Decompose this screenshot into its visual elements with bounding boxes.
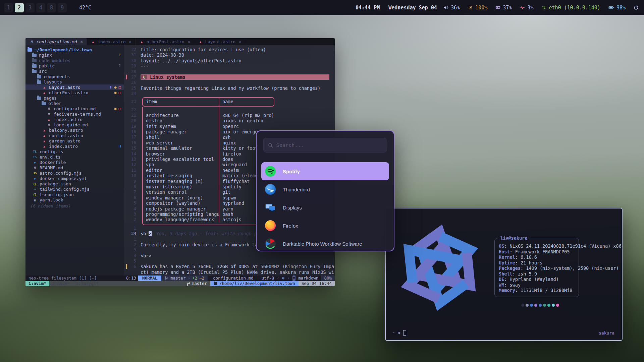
fetch-info-value: : 11731MiB / 31280MiB: [515, 288, 573, 293]
tree-item[interactable]: JSastro.config.mjs: [25, 170, 124, 176]
tree-item[interactable]: ◆docker-compose.yml: [25, 176, 124, 181]
palette-dot: [543, 304, 546, 307]
workspace-button[interactable]: 9: [58, 3, 67, 12]
temperature-widget[interactable]: 42°C: [77, 5, 91, 11]
tree-item[interactable]: MREADME.md: [25, 165, 124, 170]
tree-item[interactable]: pages: [25, 95, 124, 101]
tree-item[interactable]: Mfediverse-terms.md: [25, 111, 124, 117]
tree-item-label: tone-guide.md: [54, 122, 88, 127]
tmux-window-tab[interactable]: 1:nvim*: [25, 281, 49, 286]
tree-item[interactable]: ▲index.astroH: [25, 143, 124, 149]
tree-item[interactable]: ▲garden.astro: [25, 138, 124, 143]
tree-item[interactable]: other: [25, 101, 124, 106]
tree-item[interactable]: TSconfig.ts: [25, 149, 124, 154]
tree-item[interactable]: ▲contact.astro: [25, 133, 124, 138]
tmux-window-tab[interactable]: 2:node-: [49, 281, 73, 286]
md-file-icon: M: [46, 123, 51, 127]
volume-widget[interactable]: 36%: [443, 5, 460, 11]
network-widget[interactable]: eth0 (10.0.0.140): [541, 5, 600, 11]
app-list: SpotifyThunderbirdDisplaysFirefoxDarktab…: [257, 162, 394, 251]
fetch-info-list: OS: NixOS 24.11.20240828.71e91c4 (Vicuna…: [499, 243, 575, 293]
lock-file-icon: ▣: [32, 198, 37, 202]
tree-item[interactable]: ▲balcony.astro: [25, 127, 124, 133]
app-list-item[interactable]: Thunderbird: [257, 180, 394, 198]
shell-prompt[interactable]: ~ >: [392, 330, 406, 336]
tree-item-label: package.json: [40, 181, 71, 186]
table-bottom-border: [142, 223, 274, 225]
tree-item[interactable]: ~/Development/liv.town: [25, 47, 124, 52]
table-cell-item: music (streaming): [142, 184, 219, 189]
tree-item[interactable]: Mconfiguration.md●□: [25, 106, 124, 111]
tree-item[interactable]: ▣yarn.lock: [25, 197, 124, 202]
text-before-cursor: <br: [141, 231, 149, 236]
tmux-window-tab[interactable]: 3:lazygit: [73, 281, 102, 286]
editor-tab[interactable]: Mconfiguration.md×: [25, 38, 87, 45]
tree-item[interactable]: TSenv.d.ts: [25, 154, 124, 160]
line-number: 27▍: [124, 74, 141, 80]
tree-item[interactable]: ▲Layout.astroH●□: [25, 84, 124, 90]
launcher-search-box[interactable]: [263, 138, 387, 153]
close-icon[interactable]: ×: [239, 40, 241, 44]
table-cell-name: x86_64 (rip m2 pro): [219, 113, 274, 118]
tree-item[interactable]: ~tailwind.config.mjs: [25, 186, 124, 192]
tree-item-label: Layout.astro: [49, 85, 80, 90]
tree-item[interactable]: ▲otherPost.astro●□: [25, 90, 124, 95]
line-number: 2: [124, 217, 141, 222]
editor-tab[interactable]: ▲Layout.astro×: [194, 38, 246, 45]
astro-file-icon: ▲: [42, 128, 47, 132]
git-branch-label: master: [170, 276, 185, 281]
disk-widget[interactable]: 37%: [495, 5, 512, 11]
editor-tab[interactable]: ▲otherPost.astro×: [136, 38, 194, 45]
fetch-terminal-window[interactable]: liv@sakura OS: NixOS 24.11.20240828.71e9…: [385, 208, 623, 341]
tree-item[interactable]: components: [25, 74, 124, 79]
search-input[interactable]: [276, 142, 382, 148]
tree-item[interactable]: {}package.json: [25, 181, 124, 186]
tree-item-label: pages: [44, 96, 57, 101]
app-list-item[interactable]: Darktable Photo Workflow Software: [257, 235, 394, 251]
tree-item[interactable]: layouts: [25, 79, 124, 84]
workspace-button[interactable]: 8: [47, 3, 56, 12]
workspace-button[interactable]: 3: [25, 3, 35, 12]
cpu-widget[interactable]: 3%: [520, 5, 533, 11]
table-header-name: name: [219, 98, 274, 106]
app-label: Firefox: [283, 223, 298, 229]
app-list-item[interactable]: Firefox: [257, 217, 394, 235]
astro-file-icon: ▲: [42, 85, 47, 89]
tmux-cwd-label: /home/liv/Development/liv.town: [219, 281, 295, 286]
tree-item[interactable]: ◆Dockerfile: [25, 160, 124, 165]
tree-item[interactable]: public?: [25, 63, 124, 68]
tree-item-label: layouts: [44, 79, 62, 84]
app-label: Spotify: [283, 169, 300, 174]
power-button[interactable]: [634, 5, 639, 10]
workspace-button[interactable]: 2: [15, 3, 24, 12]
workspace-button[interactable]: 4: [36, 3, 45, 12]
clock-widget[interactable]: 04:44 PM Wednesday Sep 04: [356, 5, 437, 11]
tree-item-label: Dockerfile: [40, 160, 66, 165]
app-list-item[interactable]: Displays: [257, 198, 394, 217]
tree-item[interactable]: Mtone-guide.md: [25, 122, 124, 127]
close-icon[interactable]: ×: [129, 40, 131, 44]
tree-item[interactable]: node_modules: [25, 58, 124, 63]
git-status-marks: ●□: [114, 90, 121, 95]
workspace-button[interactable]: 1: [4, 3, 13, 12]
gear-widget[interactable]: 100%: [468, 5, 487, 11]
close-icon[interactable]: ×: [80, 40, 83, 44]
editor-tab[interactable]: ▲index.astro×: [87, 38, 136, 45]
line-number: 9: [124, 179, 141, 184]
status-mark: H: [110, 85, 112, 89]
tree-item[interactable]: {}tsconfig.json: [25, 192, 124, 197]
fetch-info-value: : 1409 (nix-system), 2590 (nix-user): [521, 265, 619, 271]
close-icon[interactable]: ×: [188, 40, 190, 44]
line-number: 22: [124, 107, 141, 113]
battery-widget[interactable]: 98%: [608, 5, 626, 11]
line-number: 19: [124, 124, 141, 129]
firefox-icon: [265, 220, 276, 231]
buffer-line: 30layout: ../../layouts/otherPost.astro: [124, 58, 335, 63]
status-mark: E: [118, 53, 121, 57]
tree-item[interactable]: src: [25, 68, 124, 74]
app-list-item[interactable]: Spotify: [261, 162, 389, 180]
tree-item[interactable]: ▲index.astro: [25, 117, 124, 122]
gear-icon: [468, 5, 473, 10]
tree-item[interactable]: nginxE: [25, 52, 124, 58]
md-file-icon: M: [32, 166, 37, 170]
